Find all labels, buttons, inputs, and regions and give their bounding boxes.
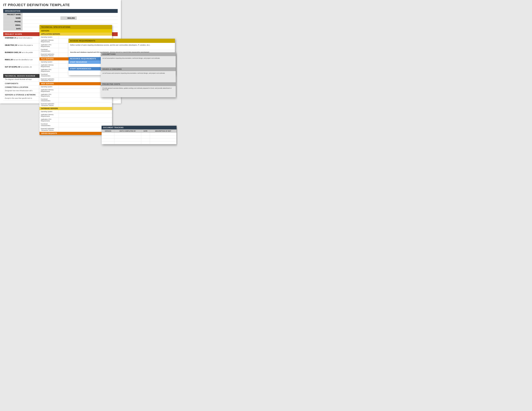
db-cpu-value [59, 118, 112, 122]
web-vol-label: Expected Application Transaction Volume [39, 102, 59, 107]
db-func-row: Functional Characteristics [39, 122, 112, 127]
objective-label: OBJECTIVE | W [5, 44, 17, 46]
db-vol-label: Expected Application Transaction Volume [39, 127, 59, 132]
app-func-label: Functional Characteristics [39, 48, 59, 53]
web-func-label: Functional Characteristics [39, 98, 59, 102]
project-name-label: PROJECT NAME [3, 13, 23, 16]
web-func-value [59, 98, 112, 102]
web-os-label: Operating System [39, 85, 59, 88]
servers-label: SERVERS [39, 29, 112, 33]
phone-value [23, 20, 118, 23]
app-os-row: Operating System [39, 36, 112, 39]
tracking-edits-1 [114, 133, 141, 136]
app-servers-label: APPLICATION SERVERS [39, 33, 112, 36]
assumptions-header: ASSUMPTIONS [101, 52, 176, 56]
business-case-desc: hat is the proble [21, 52, 33, 53]
project-name-value [23, 13, 118, 16]
web-cpu-label: Application CPU Requirements [39, 93, 59, 97]
mailing-value [77, 17, 118, 20]
db-vol-row: Expected Application Transaction Volume [39, 127, 112, 132]
tracking-table: VERSION EDITS COMPLETED BY DATE DESCRIPT… [102, 130, 177, 144]
assumptions-content: List all assumptions impacting documenta… [101, 56, 176, 67]
db-mem-label: Application Memory Requirements [39, 113, 59, 118]
server-requests-label: SERVER REQUESTS [39, 132, 112, 135]
email-label: EMAIL [3, 24, 23, 27]
access-header: ACCESS REQUIREMENTS [68, 39, 175, 43]
tracking-desc-1 [150, 133, 176, 136]
web-mem-label: Application Memory Requirements [39, 88, 59, 93]
name-label: NAME [3, 17, 23, 20]
tracking-version-4 [102, 141, 114, 144]
db-cpu-label: Application CPU Requirements [39, 118, 59, 122]
business-case-label: BUSINESS CASE | W [5, 52, 21, 53]
out-of-scope-label: OUT OF SCOPE | W [5, 66, 20, 68]
file-os-label: Operating System [39, 60, 59, 63]
tech-spec-header: TECHNICAL SPECIFICATIONS [39, 25, 112, 29]
db-os-value [59, 110, 112, 113]
access-desc: Define number of users requiring simulta… [68, 43, 175, 50]
tracking-document: DOCUMENT TRACKING VERSION EDITS COMPLETE… [102, 126, 177, 144]
overview-desc: igh-level information a [17, 37, 32, 39]
db-os-label: Operating System [39, 110, 59, 113]
app-os-label: Operating System [39, 36, 59, 38]
costs-header: PROJECTED COSTS [101, 82, 176, 86]
assumptions-section: ASSUMPTIONS List all assumptions impacti… [101, 52, 176, 67]
db-os-row: Operating System [39, 110, 112, 113]
tracking-edits-3 [114, 139, 141, 141]
phone-row: PHONE [3, 20, 118, 24]
org-header: ORGANIZATION [3, 9, 118, 13]
app-cpu-label: Application CPU Requirements [39, 43, 59, 48]
tracking-row-3 [102, 139, 177, 141]
file-vol-label: Expected Application Transaction Volume [39, 77, 59, 82]
file-func-label: Functional Characteristics [39, 73, 59, 77]
db-mem-value [59, 113, 112, 118]
project-name-row: PROJECT NAME [3, 13, 118, 17]
web-vol-value [59, 102, 112, 107]
web-func-row: Functional Characteristics [39, 98, 112, 102]
tracking-date-1 [141, 133, 150, 136]
date-label: DATE [3, 27, 23, 30]
db-servers-label: DATABASE SERVERS [39, 107, 112, 110]
tracking-desc-4 [150, 141, 176, 144]
name-value [23, 17, 60, 20]
costs-section: PROJECTED COSTS Provide general overview… [101, 82, 176, 97]
tracking-header: DOCUMENT TRACKING [102, 126, 177, 130]
app-mem-label: Application Memory Requirements [39, 39, 59, 43]
main-title: IT PROJECT DEFINITION TEMPLATE [3, 3, 118, 7]
risks-desc: hat are the identified or con [13, 59, 33, 61]
tracking-date-3 [141, 139, 150, 141]
file-cpu-label: Application CPU Requirements [39, 68, 59, 73]
tracking-date-4 [141, 141, 150, 144]
app-vol-label: Expected Application Transaction Volume [39, 53, 59, 57]
costs-content: Provide general overview below, update e… [101, 86, 176, 97]
issues-content: List all issues and concerns impacting d… [101, 71, 176, 82]
tracking-row-1 [102, 133, 177, 136]
tracking-version-1 [102, 133, 114, 136]
name-mailing-row: NAME MAILING [3, 17, 118, 20]
tracking-edits-4 [114, 141, 141, 144]
db-cpu-row: Application CPU Requirements [39, 118, 112, 122]
tracking-desc-3 [150, 139, 176, 141]
tracking-row-2 [102, 136, 177, 139]
app-os-value [59, 36, 112, 38]
issues-section: ISSUES & CONCERNS List all issues and co… [101, 67, 176, 82]
tracking-version-3 [102, 139, 114, 141]
tracking-version-2 [102, 136, 114, 139]
tracking-row-4 [102, 141, 177, 144]
objective-desc: hat does the project a [17, 44, 33, 46]
issues-header: ISSUES & CONCERNS [101, 67, 176, 71]
mailing-label: MAILING [61, 17, 77, 20]
overview-label: OVERVIEW | H [5, 37, 16, 39]
phone-label: PHONE [3, 20, 23, 23]
tracking-edits-2 [114, 136, 141, 139]
out-of-scope-desc: hat activities, ite [20, 66, 32, 68]
tracking-date-2 [141, 136, 150, 139]
tracking-desc-2 [150, 136, 176, 139]
db-mem-row: Application Memory Requirements [39, 113, 112, 118]
col-version: VERSION [102, 130, 114, 133]
file-mem-label: Application Memory Requirements [39, 64, 59, 68]
col-date: DATE [141, 130, 150, 133]
risks-label: RISKS | W [5, 59, 13, 61]
db-func-label: Functional Characteristics [39, 122, 59, 127]
col-edits: EDITS COMPLETED BY [114, 130, 141, 133]
